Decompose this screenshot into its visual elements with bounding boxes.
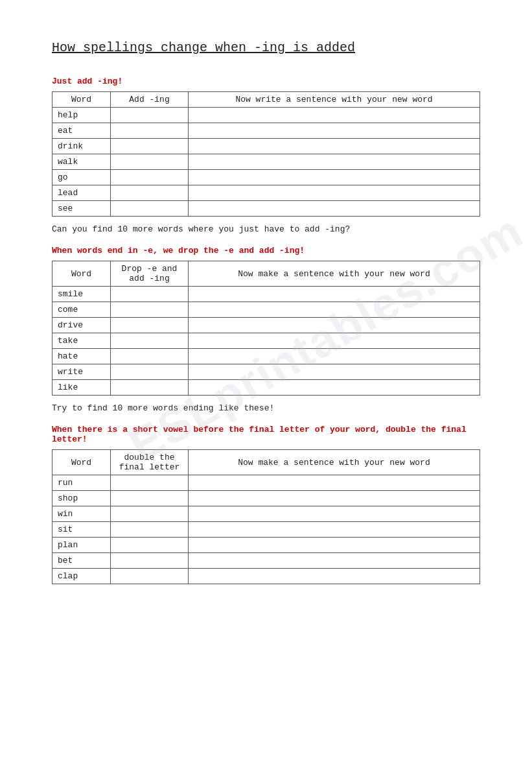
sentence-cell	[189, 475, 480, 491]
sentence-cell	[189, 302, 480, 318]
sentence-cell	[189, 553, 480, 569]
double-cell	[111, 569, 189, 584]
s2-col3-header: Now make a sentence with your new word	[189, 261, 480, 287]
table-row: hate	[52, 349, 480, 364]
word-cell: smile	[52, 287, 111, 302]
table-row: bet	[52, 553, 480, 569]
sentence-cell	[189, 170, 480, 185]
word-cell: take	[52, 333, 111, 349]
section2-table: Word Drop -e and add -ing Now make a sen…	[52, 261, 480, 396]
double-cell	[111, 506, 189, 522]
sentence-cell	[189, 333, 480, 349]
section2-rule: When words end in -e, we drop the -e and…	[52, 246, 480, 255]
word-cell: sit	[52, 522, 111, 538]
add-cell	[111, 123, 189, 139]
section1-table: Word Add -ing Now write a sentence with …	[52, 91, 480, 217]
table-row: drink	[52, 139, 480, 154]
add-cell	[111, 170, 189, 185]
word-cell: win	[52, 506, 111, 522]
table-row: lead	[52, 185, 480, 201]
table-row: come	[52, 302, 480, 318]
drop-cell	[111, 349, 189, 364]
page-title: How spellings change when -ing is added	[52, 39, 480, 57]
add-cell	[111, 108, 189, 123]
s1-col1-header: Word	[52, 92, 111, 108]
table-row: like	[52, 380, 480, 396]
word-cell: go	[52, 170, 111, 185]
word-cell: like	[52, 380, 111, 396]
table-row: smile	[52, 287, 480, 302]
word-cell: plan	[52, 538, 111, 553]
word-cell: see	[52, 201, 111, 217]
sentence-cell	[189, 522, 480, 538]
double-cell	[111, 553, 189, 569]
add-cell	[111, 139, 189, 154]
section3-table: Word double the final letter Now make a …	[52, 449, 480, 584]
section3-rule: When there is a short vowel before the f…	[52, 425, 480, 444]
table-row: eat	[52, 123, 480, 139]
drop-cell	[111, 333, 189, 349]
sentence-cell	[189, 108, 480, 123]
word-cell: drink	[52, 139, 111, 154]
sentence-cell	[189, 491, 480, 506]
double-cell	[111, 491, 189, 506]
table-row: run	[52, 475, 480, 491]
sentence-cell	[189, 287, 480, 302]
s1-col3-header: Now write a sentence with your new word	[189, 92, 480, 108]
table-row: sit	[52, 522, 480, 538]
drop-cell	[111, 380, 189, 396]
sentence-cell	[189, 154, 480, 170]
table-row: clap	[52, 569, 480, 584]
section2-note: Try to find 10 more words ending like th…	[52, 403, 480, 413]
add-cell	[111, 185, 189, 201]
section1-note: Can you find 10 more words where you jus…	[52, 224, 480, 234]
sentence-cell	[189, 349, 480, 364]
sentence-cell	[189, 364, 480, 380]
sentence-cell	[189, 569, 480, 584]
section1-rule: Just add -ing!	[52, 77, 480, 86]
word-cell: walk	[52, 154, 111, 170]
add-cell	[111, 154, 189, 170]
add-cell	[111, 201, 189, 217]
word-cell: shop	[52, 491, 111, 506]
table-row: write	[52, 364, 480, 380]
table-row: walk	[52, 154, 480, 170]
word-cell: drive	[52, 318, 111, 333]
drop-cell	[111, 302, 189, 318]
double-cell	[111, 538, 189, 553]
table-row: shop	[52, 491, 480, 506]
word-cell: hate	[52, 349, 111, 364]
word-cell: help	[52, 108, 111, 123]
sentence-cell	[189, 139, 480, 154]
s2-col1-header: Word	[52, 261, 111, 287]
s3-col1-header: Word	[52, 450, 111, 475]
s1-col2-header: Add -ing	[111, 92, 189, 108]
table-row: win	[52, 506, 480, 522]
sentence-cell	[189, 318, 480, 333]
drop-cell	[111, 287, 189, 302]
word-cell: write	[52, 364, 111, 380]
table-row: go	[52, 170, 480, 185]
double-cell	[111, 522, 189, 538]
s2-col2-header: Drop -e and add -ing	[111, 261, 189, 287]
sentence-cell	[189, 380, 480, 396]
table-row: plan	[52, 538, 480, 553]
s3-col3-header: Now make a sentence with your new word	[189, 450, 480, 475]
sentence-cell	[189, 201, 480, 217]
s3-col2-header: double the final letter	[111, 450, 189, 475]
sentence-cell	[189, 123, 480, 139]
word-cell: bet	[52, 553, 111, 569]
word-cell: lead	[52, 185, 111, 201]
table-row: help	[52, 108, 480, 123]
word-cell: run	[52, 475, 111, 491]
table-row: drive	[52, 318, 480, 333]
sentence-cell	[189, 185, 480, 201]
sentence-cell	[189, 506, 480, 522]
word-cell: clap	[52, 569, 111, 584]
drop-cell	[111, 364, 189, 380]
double-cell	[111, 475, 189, 491]
drop-cell	[111, 318, 189, 333]
table-row: see	[52, 201, 480, 217]
table-row: take	[52, 333, 480, 349]
word-cell: come	[52, 302, 111, 318]
